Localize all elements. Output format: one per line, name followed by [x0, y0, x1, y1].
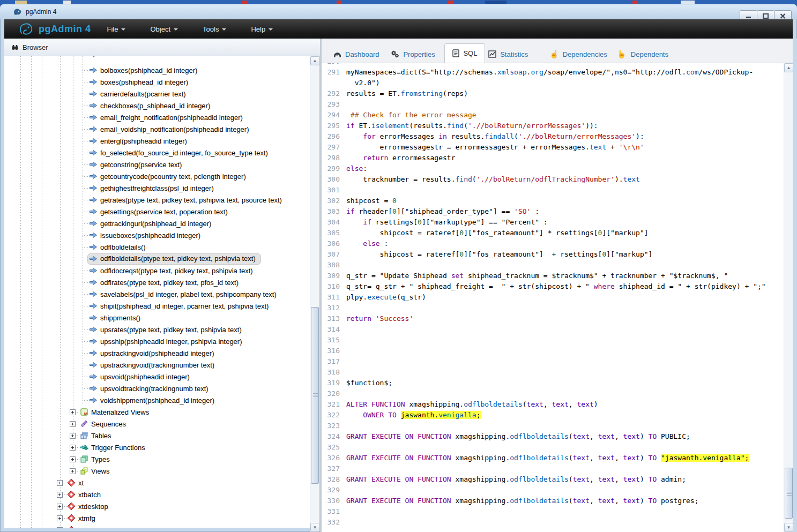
expand-plus-icon[interactable]: [70, 421, 76, 427]
tree-item-voidshippment-pshiphead-id-integer[interactable]: voidshippment(pshiphead_id integer): [4, 394, 214, 406]
tree-item-xt[interactable]: xt: [4, 477, 84, 489]
tree-item-label: upsship(pshipheadid integer, pshipvia in…: [100, 338, 242, 346]
tree-item-xtbatch[interactable]: xtbatch: [4, 489, 101, 500]
tree-scrollbar-thumb[interactable]: [311, 307, 319, 484]
tree-item-getconstring-pservice-text[interactable]: getconstring(pservice text): [4, 159, 182, 170]
tree-item-email-voidship-notification-pshipheadid-integer[interactable]: email_voidship_notification(pshipheadid …: [4, 123, 249, 135]
line-number: 308: [322, 260, 340, 271]
tree-item-odfldocreqst-ptype-text-pidkey-text-pshipvia-text[interactable]: odfldocreqst(ptype text, pidkey text, ps…: [4, 265, 253, 276]
tree-item-email-freight-notification-pshipheadid-integer[interactable]: email_freight_notification(pshipheadid i…: [4, 111, 243, 123]
tab-sql[interactable]: SQL: [444, 43, 485, 63]
code-line-329: 329: [322, 485, 784, 496]
sql-scrollbar[interactable]: ▲ ▼: [784, 63, 793, 532]
tree-item-upsvoidtracking-trackingnumb-text[interactable]: upsvoidtracking(trackingnumb text): [4, 383, 208, 394]
tree-item-checkboxes-p-shiphead-id-integer[interactable]: checkboxes(p_shiphead_id integer): [4, 100, 210, 111]
sql-scrollbar-thumb[interactable]: [785, 468, 793, 519]
tree-item-issueboxes-pshipheadid-integer[interactable]: issueboxes(pshipheadid integer): [4, 229, 200, 241]
tab-dashboard[interactable]: Dashboard: [326, 46, 387, 63]
app-menubar: pgAdmin 4 FileObjectToolsHelp: [4, 19, 793, 39]
tree-item-partially-visible[interactable]: [4, 56, 100, 61]
line-number: 294: [322, 110, 340, 121]
tab-dependencies[interactable]: ☝Dependencies: [542, 46, 615, 63]
tree-item-getrates-ptype-text-pidkey-text-pshipvia-text-psource-text[interactable]: getrates(ptype text, pidkey text, pshipv…: [4, 194, 282, 206]
tree-item-getcountrycode-pcountry-text-pclength-integer[interactable]: getcountrycode(pcountry text, pclength i…: [4, 170, 246, 182]
tree-item-materialized-views[interactable]: MMaterialized Views: [4, 406, 149, 418]
tree-item-views[interactable]: Views: [4, 465, 109, 477]
expand-plus-icon[interactable]: [57, 492, 63, 498]
tree-item-odflrates-ptype-text-pidkey-text-pfos-id-text[interactable]: odflrates(ptype text, pidkey text, pfos_…: [4, 276, 239, 288]
tree-item-shipit-pshiphead-id-integer-pcarrier-text-pshipvia-text[interactable]: shipit(pshiphead_id integer, pcarrier te…: [4, 300, 269, 312]
tree-item-savelabels-psl-id-integer-plabel-text-pshipcompany-text[interactable]: savelabels(psl_id integer, plabel text, …: [4, 288, 277, 300]
tree-item-gethighestfreightclass-psl-id-integer[interactable]: gethighestfreightclass(psl_id integer): [4, 182, 214, 194]
selected-tree-item[interactable]: odflboldetails(ptype text, pidkey text, …: [87, 253, 261, 265]
tree-item-odflboldetails[interactable]: odflboldetails(): [4, 241, 146, 253]
tree-scrollbar[interactable]: ▲ ▼: [310, 56, 319, 532]
tree-item-upsrates-ptype-text-pidkey-text-pshipvia-text[interactable]: upsrates(ptype text, pidkey text, pshipv…: [4, 324, 242, 335]
chevron-down-icon: [121, 28, 125, 31]
tab-dependents[interactable]: ☝Dependents: [610, 46, 676, 63]
object-browser-tree[interactable]: bolboxes(pshiphead_id integer)boxes(pshi…: [4, 56, 310, 528]
tree-item-xtshinit[interactable]: xtshinit: [4, 524, 100, 528]
tree-item-upstrackingvoid-trackingnumber-text[interactable]: upstrackingvoid(trackingnumber text): [4, 359, 214, 371]
expand-plus-icon[interactable]: [70, 433, 76, 439]
tree-item-entergl-pshipheadid-integer[interactable]: entergl(pshipheadid integer): [4, 135, 187, 147]
tree-connector: [76, 424, 80, 424]
tab-properties[interactable]: Properties: [383, 46, 442, 63]
line-number: 293: [322, 99, 340, 110]
function-icon: [89, 266, 98, 275]
code-text: if rsettings[0]["markuptype"] == "Percen…: [346, 217, 548, 228]
expand-plus-icon[interactable]: [70, 445, 76, 451]
sql-code-pane[interactable]: 290291myNamespaces=dict(S="http://schema…: [322, 63, 784, 532]
code-line-332: 332: [322, 517, 784, 528]
tree-item-gettrackingurl-pshiphead-id-integer[interactable]: gettrackingurl(pshiphead_id integer): [4, 218, 211, 229]
window-titlebar[interactable]: pgAdmin 4: [0, 4, 797, 19]
dashboard-icon: [333, 51, 341, 58]
menu-tools[interactable]: Tools: [203, 25, 226, 33]
tree-item-label: email_freight_notification(pshipheadid i…: [100, 114, 243, 122]
tree-item-fo-selected-fo-source-id-integer-fo-source-type-text[interactable]: fo_selected(fo_source_id integer, fo_sou…: [4, 147, 268, 159]
tree-item-upstrackingvoid-pshipheadid-integer[interactable]: upstrackingvoid(pshipheadid integer): [4, 347, 214, 359]
tree-item-xtdesktop[interactable]: xtdesktop: [4, 500, 108, 512]
sql-scroll-down-button[interactable]: ▼: [784, 523, 793, 532]
materialized-views-icon: M: [80, 408, 88, 416]
tree-item-label: upsvoidtracking(trackingnumb text): [100, 385, 208, 393]
tree-item-carrierdefaults-pcarrier-text[interactable]: carrierdefaults(pcarrier text): [4, 88, 186, 100]
tree-item-label: shippments(): [100, 314, 140, 322]
menu-file[interactable]: File: [107, 25, 126, 33]
expand-plus-icon[interactable]: [70, 456, 76, 462]
tree-item-label: Sequences: [91, 420, 126, 428]
tree-item-getsettings-pservice-text-poperation-text[interactable]: getsettings(pservice text, poperation te…: [4, 206, 228, 218]
tree-item-upsship-pshipheadid-integer-pshipvia-integer[interactable]: upsship(pshipheadid integer, pshipvia in…: [4, 335, 242, 347]
tree-item-xtmfg[interactable]: xtmfg: [4, 512, 95, 524]
sql-scroll-up-button[interactable]: ▲: [784, 63, 793, 72]
tree-item-label: upstrackingvoid(trackingnumber text): [100, 361, 214, 369]
menu-help[interactable]: Help: [251, 25, 273, 33]
tree-item-bolboxes-pshiphead-id-integer[interactable]: bolboxes(pshiphead_id integer): [4, 64, 197, 76]
tree-item-boxes-pshiphead-id-integer[interactable]: boxes(pshiphead_id integer): [4, 76, 188, 88]
code-line-327: 327: [322, 463, 784, 474]
code-text: ## Check for the error message: [346, 110, 476, 121]
expand-plus-icon[interactable]: [57, 480, 63, 486]
menu-object[interactable]: Object: [150, 25, 178, 33]
code-line-302: 302shipcost = 0: [322, 196, 784, 206]
expand-plus-icon[interactable]: [70, 409, 76, 415]
tree-item-sequences[interactable]: Sequences: [4, 418, 126, 430]
tree-item-upsvoid-pshipheadid-integer[interactable]: upsvoid(pshipheadid integer): [4, 371, 190, 383]
tree-scroll-down-button[interactable]: ▼: [310, 523, 319, 532]
expand-plus-icon[interactable]: [57, 527, 63, 528]
tree-item-tables[interactable]: Tables: [4, 430, 111, 441]
function-icon: [89, 160, 98, 169]
expand-plus-icon[interactable]: [70, 468, 76, 474]
function-icon: [89, 243, 98, 251]
tree-scroll-up-button[interactable]: ▲: [310, 56, 319, 65]
code-line-331: 331: [322, 506, 784, 517]
tree-item-trigger-functions[interactable]: Trigger Functions: [4, 441, 145, 453]
tree-item-odflboldetails-ptype-text-pidkey-text-pshipvia-text[interactable]: odflboldetails(ptype text, pidkey text, …: [4, 253, 261, 265]
tree-item-types[interactable]: Types: [4, 453, 110, 465]
expand-plus-icon[interactable]: [57, 515, 63, 521]
tree-item-shippments[interactable]: shippments(): [4, 312, 140, 324]
tab-statistics[interactable]: Statistics: [481, 46, 535, 63]
code-line-323: 323: [322, 421, 784, 431]
tree-connector: [76, 447, 80, 448]
expand-plus-icon[interactable]: [57, 504, 63, 509]
